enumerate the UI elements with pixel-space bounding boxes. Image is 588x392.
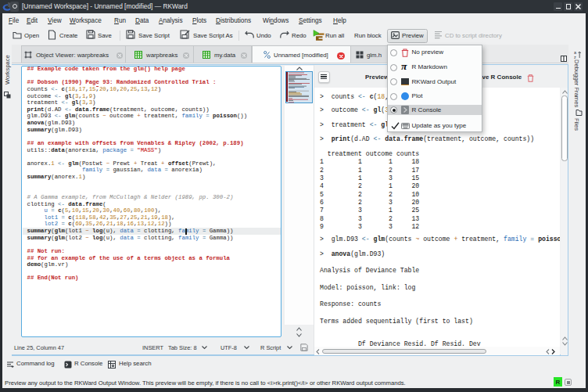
svg-text:z: z: [574, 55, 576, 59]
